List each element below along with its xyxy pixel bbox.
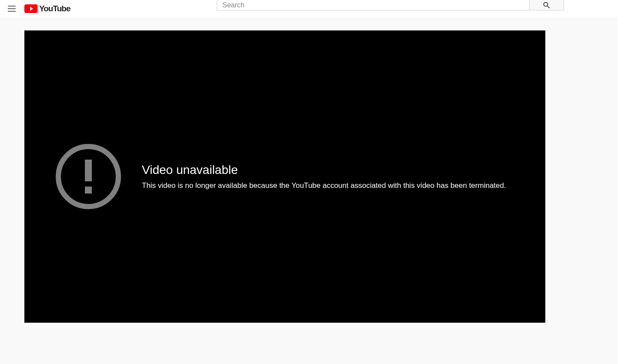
search-input[interactable] (217, 0, 529, 10)
search-icon (542, 1, 551, 10)
youtube-logo-text: YouTube (39, 4, 70, 13)
exclamation-dot (85, 187, 92, 194)
hamburger-line (8, 6, 16, 7)
error-text-container: Video unavailable This video is no longe… (142, 163, 506, 190)
search-container (217, 0, 564, 10)
hamburger-line (8, 11, 16, 12)
play-triangle-icon (30, 7, 33, 11)
error-content: Video unavailable This video is no longe… (56, 144, 506, 209)
header: YouTube (0, 0, 618, 17)
youtube-play-icon (24, 4, 37, 13)
exclamation-bar (85, 160, 92, 181)
hamburger-line (8, 8, 16, 9)
exclamation-circle-icon (56, 144, 121, 209)
content-area: Video unavailable This video is no longe… (0, 17, 618, 323)
search-button[interactable] (529, 0, 564, 10)
error-title: Video unavailable (142, 163, 506, 177)
youtube-logo[interactable]: YouTube (24, 4, 70, 13)
error-message: This video is no longer available becaus… (142, 181, 506, 190)
hamburger-menu-button[interactable] (7, 3, 17, 14)
video-player: Video unavailable This video is no longe… (24, 30, 545, 323)
